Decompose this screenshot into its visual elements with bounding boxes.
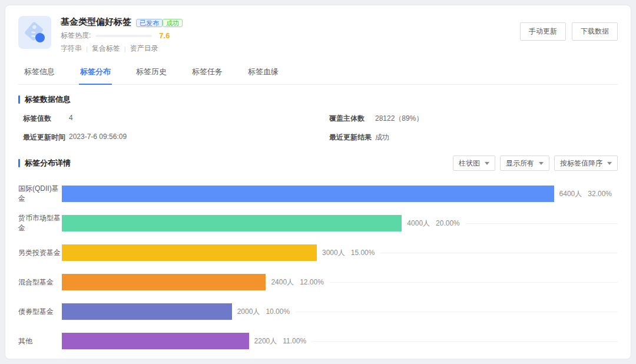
chevron-down-icon <box>607 162 612 165</box>
status-badges: 已发布成功 <box>136 17 183 28</box>
bar-category-label: 另类投资基金 <box>18 248 62 258</box>
info-value: 28122（89%） <box>375 114 423 124</box>
bar-percent-label: 15.00% <box>351 249 375 257</box>
bar-value-label: 2400人12.00% <box>271 277 323 287</box>
bar-people-label: 2400人 <box>271 278 294 286</box>
chart-select[interactable]: 显示所有 <box>500 155 549 171</box>
bar-category-label: 国际(QDII)基金 <box>18 184 62 204</box>
bar-category-label: 货币市场型基金 <box>18 213 62 233</box>
heat-progress-track <box>95 35 152 37</box>
meta-separator: | <box>124 45 126 52</box>
chart-select[interactable]: 按标签值降序 <box>554 155 618 171</box>
info-value: 成功 <box>375 133 389 143</box>
bar-area: 4000人20.00% <box>62 215 618 231</box>
tab-item[interactable]: 标签信息 <box>23 63 56 84</box>
select-value: 柱状图 <box>459 158 480 168</box>
bar[interactable] <box>62 303 232 320</box>
bar[interactable] <box>62 215 402 231</box>
leader-line <box>380 253 618 253</box>
info-item: 最近更新结果成功 <box>329 133 618 143</box>
bar-area: 6400人32.00% <box>62 186 618 202</box>
section-distribution-title: 标签分布详情 <box>18 158 71 168</box>
leader-line <box>312 341 618 342</box>
chevron-down-icon <box>539 162 544 165</box>
bar-category-label: 其他 <box>18 336 62 346</box>
bar-percent-label: 12.00% <box>300 278 324 286</box>
action-button[interactable]: 下载数据 <box>572 22 618 41</box>
bar-category-label: 混合型基金 <box>18 277 62 287</box>
bar[interactable] <box>62 333 249 349</box>
chart-row: 其他2200人11.00% <box>18 326 618 356</box>
info-item: 最近更新时间2023-7-6 09:56:09 <box>23 133 329 143</box>
select-value: 显示所有 <box>506 158 534 168</box>
page-title: 基金类型偏好标签 <box>61 16 131 28</box>
tag-detail-card: 基金类型偏好标签 已发布成功 标签热度: 7.6 字符串|复合标签|资产目录 手… <box>5 5 631 359</box>
distribution-header: 标签分布详情 柱状图显示所有按标签值降序 <box>18 155 618 171</box>
tag-meta-row: 字符串|复合标签|资产目录 <box>61 44 183 54</box>
info-item: 标签值数4 <box>23 114 329 124</box>
bar-percent-label: 10.00% <box>266 307 290 316</box>
tag-icon <box>18 16 51 49</box>
tag-meta-item: 复合标签 <box>92 44 120 54</box>
tab-active[interactable]: 标签分布 <box>79 63 112 85</box>
bar-category-label: 债券型基金 <box>18 307 62 317</box>
chevron-down-icon <box>485 162 489 165</box>
bar-people-label: 4000人 <box>407 219 430 227</box>
bar-percent-label: 20.00% <box>436 219 460 227</box>
title-row: 基金类型偏好标签 已发布成功 <box>61 16 183 28</box>
data-info-grid: 标签值数4覆盖主体数28122（89%）最近更新时间2023-7-6 09:56… <box>18 114 618 143</box>
bar[interactable] <box>62 186 554 202</box>
bar-area: 2200人11.00% <box>62 333 618 349</box>
info-label: 覆盖主体数 <box>329 114 375 124</box>
tab-item[interactable]: 标签血缘 <box>247 63 280 84</box>
price-tag-icon <box>18 16 51 49</box>
x-axis-tick: 30% <box>565 358 579 359</box>
bar-value-label: 2000人10.00% <box>237 307 290 317</box>
bar-chart: 国际(QDII)基金6400人32.00%货币市场型基金4000人20.00%另… <box>18 179 618 359</box>
tab-item[interactable]: 标签任务 <box>191 63 224 84</box>
section-accent-bar <box>18 95 20 104</box>
info-label: 标签值数 <box>23 114 69 124</box>
tab-bar: 标签信息标签分布标签历史标签任务标签血缘 <box>18 63 618 85</box>
tag-meta-item: 字符串 <box>61 44 82 54</box>
section-accent-bar <box>18 159 20 167</box>
leader-line <box>296 312 618 312</box>
header: 基金类型偏好标签 已发布成功 标签热度: 7.6 字符串|复合标签|资产目录 手… <box>18 16 618 54</box>
x-axis-tick: 0% <box>57 358 67 359</box>
action-button[interactable]: 手动更新 <box>520 22 566 41</box>
bar-people-label: 2200人 <box>254 337 277 345</box>
bar-value-label: 2200人11.00% <box>254 336 307 346</box>
leader-line <box>466 223 618 224</box>
section-title-text: 标签分布详情 <box>25 158 71 168</box>
meta-separator: | <box>86 45 88 52</box>
x-axis-tick: 10% <box>225 358 239 359</box>
heat-row: 标签热度: 7.6 <box>61 31 183 41</box>
info-item: 覆盖主体数28122（89%） <box>329 114 618 124</box>
section-data-info-title: 标签数据信息 <box>18 94 618 105</box>
chart-row: 国际(QDII)基金6400人32.00% <box>18 179 618 209</box>
bar-value-label: 6400人32.00% <box>559 189 612 199</box>
chart-select[interactable]: 柱状图 <box>453 155 495 171</box>
status-badge: 已发布 <box>136 19 163 27</box>
info-label: 最近更新结果 <box>329 133 375 143</box>
info-value: 2023-7-6 09:56:09 <box>69 133 127 143</box>
bar[interactable] <box>62 244 317 261</box>
bar-people-label: 2000人 <box>237 307 260 316</box>
bar-percent-label: 11.00% <box>283 337 306 345</box>
tab-item[interactable]: 标签历史 <box>135 63 168 84</box>
bar-value-label: 4000人20.00% <box>407 219 459 229</box>
chart-row: 货币市场型基金4000人20.00% <box>18 209 618 238</box>
heat-label: 标签热度: <box>61 31 91 41</box>
header-actions: 手动更新下载数据 <box>520 22 618 41</box>
chart-row: 另类投资基金3000人15.00% <box>18 238 618 267</box>
bar-area: 2400人12.00% <box>62 274 618 290</box>
select-value: 按标签值降序 <box>560 158 602 168</box>
x-axis-tick: 5% <box>142 358 152 359</box>
bar[interactable] <box>62 274 266 290</box>
bar-area: 2000人10.00% <box>62 303 618 320</box>
tag-meta-item: 资产目录 <box>130 44 158 54</box>
section-title-text: 标签数据信息 <box>25 94 71 105</box>
info-label: 最近更新时间 <box>23 133 69 143</box>
heat-value: 7.6 <box>159 31 170 40</box>
bar-people-label: 3000人 <box>322 249 345 257</box>
